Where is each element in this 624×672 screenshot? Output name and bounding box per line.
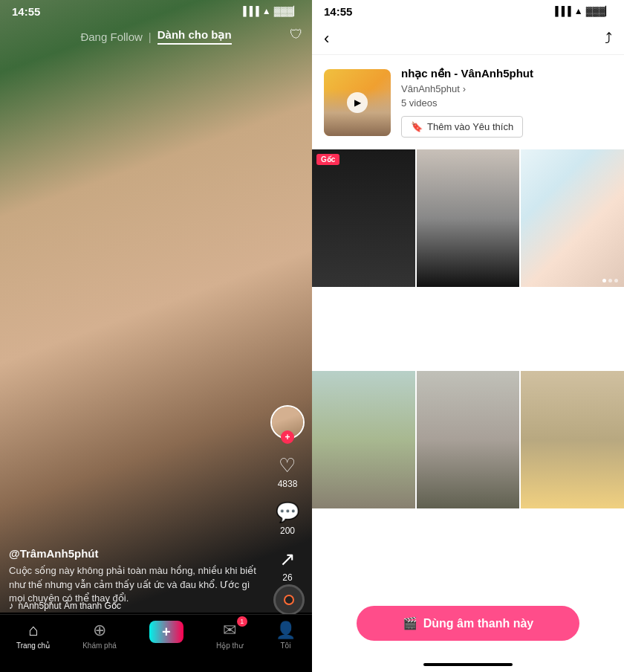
thumb-dark-bg	[312, 149, 415, 287]
thumb-ios-bg	[521, 149, 624, 287]
battery-icon: ▓▓▓▏	[274, 6, 300, 16]
favorite-button[interactable]: 🔖 Thêm vào Yêu thích	[401, 116, 523, 138]
sound-author[interactable]: VânAnh5phut ›	[401, 83, 612, 94]
share-icon: ↗	[279, 548, 296, 571]
shield-covid-icon[interactable]: 🛡	[290, 27, 303, 42]
use-sound-button[interactable]: 🎬 Dùng âm thanh này	[357, 606, 579, 641]
grid-item-6[interactable]	[521, 371, 624, 508]
dot-2	[608, 279, 612, 282]
profile-icon: 👤	[276, 621, 296, 640]
status-bar-left: 14:55 ▐▐▐ ▲ ▓▓▓▏	[0, 0, 312, 22]
grid-item-5[interactable]	[417, 371, 520, 508]
play-icon[interactable]: ▶	[347, 92, 368, 113]
nav-divider: |	[149, 30, 152, 43]
grid-item-4[interactable]	[312, 371, 415, 508]
dot-3	[614, 279, 618, 282]
bottom-nav: ⌂ Trang chủ ⊕ Khám phá + ✉ Hộp thư 1 👤 T…	[0, 614, 312, 672]
thumb-street-bg	[417, 371, 520, 508]
inbox-badge: 1	[237, 616, 247, 627]
music-text: nAnh5phut Âm thanh Gốc	[19, 601, 121, 611]
nav-create[interactable]: +	[149, 621, 183, 643]
follow-plus-icon[interactable]: +	[281, 430, 294, 444]
left-panel: 14:55 ▐▐▐ ▲ ▓▓▓▏ Đang Follow | Dành cho …	[0, 0, 312, 672]
bookmark-icon: 🔖	[411, 121, 423, 132]
share-button-right[interactable]: ⤴	[605, 30, 612, 47]
dot-1	[602, 279, 606, 282]
nav-home[interactable]: ⌂ Trang chủ	[16, 621, 50, 650]
top-toolbar: ‹ ⤴	[312, 22, 624, 55]
inbox-icon: ✉	[223, 621, 236, 640]
create-button[interactable]: +	[149, 621, 183, 643]
favorite-label: Thêm vào Yêu thích	[427, 121, 513, 132]
thumb-person-back-bg	[417, 149, 520, 287]
back-button[interactable]: ‹	[324, 29, 329, 48]
sound-info: ▶ nhạc nền - VânAnh5phut VânAnh5phut › 5…	[312, 55, 624, 149]
share-button[interactable]: ↗ 26	[279, 548, 296, 583]
sound-details: nhạc nền - VânAnh5phut VânAnh5phut › 5 v…	[401, 67, 612, 138]
video-grid: Gốc	[312, 149, 624, 591]
author-name: VânAnh5phut	[401, 83, 460, 94]
home-label: Trang chủ	[16, 642, 50, 650]
goc-badge: Gốc	[316, 154, 339, 165]
time-left: 14:55	[12, 5, 40, 18]
comment-button[interactable]: 💬 200	[276, 501, 299, 536]
home-indicator	[312, 663, 624, 672]
top-nav: Đang Follow | Dành cho bạn	[0, 22, 312, 51]
thumb-drinks-bg	[521, 371, 624, 508]
use-sound-area: 🎬 Dùng âm thanh này	[312, 591, 624, 663]
explore-label: Khám phá	[82, 642, 117, 650]
nav-profile[interactable]: 👤 Tôi	[276, 621, 296, 650]
status-icons-right: ▐▐▐ ▲ ▓▓▓▏	[552, 6, 612, 16]
video-info: @TrâmAnh5phút Cuộc sống này không phải t…	[9, 547, 260, 605]
heart-icon: ♡	[279, 454, 296, 477]
signal-icon: ▐▐▐	[240, 6, 259, 16]
home-icon: ⌂	[28, 621, 38, 640]
sound-title: nhạc nền - VânAnh5phut	[401, 67, 612, 80]
creator-username[interactable]: @TrâmAnh5phút	[9, 547, 260, 560]
share-count: 26	[282, 572, 292, 583]
inbox-label: Hộp thư	[216, 642, 243, 650]
time-right: 14:55	[324, 5, 352, 18]
wifi-icon-right: ▲	[574, 6, 583, 16]
tab-foryou[interactable]: Dành cho bạn	[157, 28, 232, 45]
status-icons-left: ▐▐▐ ▲ ▓▓▓▏	[240, 6, 300, 16]
status-bar-right: 14:55 ▐▐▐ ▲ ▓▓▓▏	[312, 0, 624, 22]
signal-icon-right: ▐▐▐	[552, 6, 571, 16]
wifi-icon: ▲	[262, 6, 271, 16]
music-disc[interactable]	[273, 584, 305, 616]
thumb-temple-bg	[312, 371, 415, 508]
tab-following[interactable]: Đang Follow	[80, 30, 142, 43]
author-chevron: ›	[463, 83, 466, 94]
right-actions: + ♡ 4838 💬 200 ↗ 26	[270, 405, 305, 583]
explore-icon: ⊕	[93, 621, 106, 640]
music-bar[interactable]: ♪ nAnh5phut Âm thanh Gốc	[9, 600, 275, 611]
grid-item-2[interactable]	[417, 149, 520, 287]
comment-icon: 💬	[276, 501, 299, 524]
music-note-icon: ♪	[9, 600, 14, 611]
sound-thumbnail[interactable]: ▶	[324, 69, 391, 136]
video-description: Cuộc sống này không phải toàn màu hồng, …	[9, 564, 260, 605]
sound-videos-count: 5 videos	[401, 97, 612, 109]
right-panel: 14:55 ▐▐▐ ▲ ▓▓▓▏ ‹ ⤴ ▶ nhạc nền - VânAnh…	[312, 0, 624, 672]
comment-count: 200	[280, 526, 295, 536]
grid-item-3[interactable]	[521, 149, 624, 287]
use-sound-label: Dùng âm thanh này	[423, 617, 533, 630]
grid-item-1[interactable]: Gốc	[312, 149, 415, 287]
nav-explore[interactable]: ⊕ Khám phá	[82, 621, 117, 650]
video-background	[0, 0, 312, 613]
dots-indicator	[602, 279, 618, 282]
camera-icon: 🎬	[403, 616, 417, 630]
profile-label: Tôi	[280, 642, 290, 650]
like-count: 4838	[278, 479, 298, 489]
creator-avatar[interactable]: +	[270, 405, 305, 439]
disc-center	[284, 595, 294, 605]
like-button[interactable]: ♡ 4838	[278, 454, 298, 489]
battery-icon-right: ▓▓▓▏	[586, 6, 612, 16]
home-indicator-bar	[423, 663, 513, 666]
nav-inbox[interactable]: ✉ Hộp thư 1	[216, 621, 243, 650]
